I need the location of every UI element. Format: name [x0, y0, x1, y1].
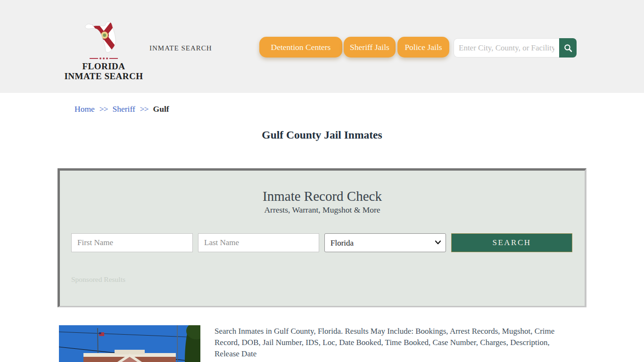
breadcrumb-home-link[interactable]: Home: [74, 104, 95, 114]
breadcrumb-current: Gulf: [153, 104, 169, 114]
last-name-input[interactable]: [198, 233, 319, 252]
header-search-button[interactable]: [559, 38, 577, 58]
nav-detention-centers-button[interactable]: Detention Centers: [259, 37, 342, 58]
search-icon: [563, 43, 573, 53]
logo-divider: [85, 58, 123, 59]
logo-line2: INMATE SEARCH: [61, 71, 146, 81]
site-section-label: INMATE SEARCH: [149, 44, 212, 52]
florida-map-icon: [84, 17, 124, 57]
state-select[interactable]: Florida: [324, 233, 446, 252]
breadcrumb-sheriff-link[interactable]: Sheriff: [113, 104, 135, 114]
header: FLORIDA INMATE SEARCH INMATE SEARCH Dete…: [0, 0, 644, 93]
record-check-form: Florida SEARCH: [60, 233, 585, 252]
nav-sheriff-jails-button[interactable]: Sheriff Jails: [344, 37, 396, 58]
nav-police-jails-button[interactable]: Police Jails: [397, 37, 449, 58]
sponsored-results-label: Sponsored Results: [71, 275, 125, 284]
inmate-record-check-panel: Inmate Record Check Arrests, Warrant, Mu…: [58, 168, 586, 307]
record-check-title: Inmate Record Check: [60, 189, 585, 204]
page: FLORIDA INMATE SEARCH INMATE SEARCH Dete…: [0, 0, 644, 362]
logo-text: FLORIDA INMATE SEARCH: [61, 61, 146, 81]
page-title: Gulf County Jail Inmates: [0, 129, 644, 141]
record-search-button[interactable]: SEARCH: [451, 233, 572, 252]
facility-search-input[interactable]: [454, 38, 559, 58]
county-description: Search Inmates in Gulf County, Florida. …: [215, 326, 576, 360]
site-logo[interactable]: FLORIDA INMATE SEARCH: [61, 14, 146, 80]
courthouse-photo: [59, 325, 200, 362]
breadcrumb-separator: >>: [140, 104, 149, 114]
first-name-input[interactable]: [71, 233, 193, 252]
header-search: [454, 38, 577, 58]
logo-line1: FLORIDA: [61, 61, 146, 71]
record-check-subtitle: Arrests, Warrant, Mugshot & More: [60, 205, 585, 215]
breadcrumb-separator: >>: [99, 104, 108, 114]
breadcrumb: Home>>Sheriff>>Gulf: [74, 104, 169, 114]
state-select-wrap: Florida: [324, 233, 446, 252]
